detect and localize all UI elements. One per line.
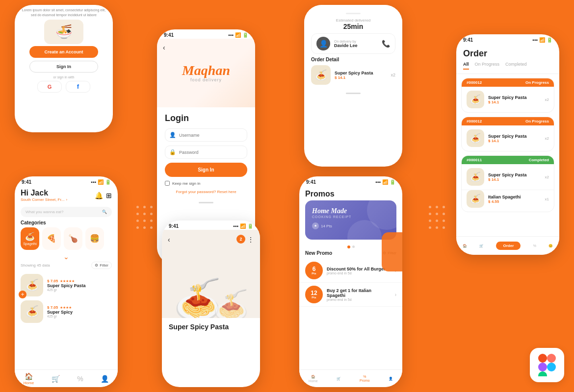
estimated-label: Estimated delivered [311, 18, 395, 23]
promos-title: Promos [305, 190, 396, 198]
order-item-qty: x2 [391, 73, 395, 77]
order-food-name-3: Super Spicy Pasta [488, 172, 541, 177]
cart-back-button[interactable]: ‹ [168, 236, 170, 244]
order-food-info-1: Super Spicy Pasta $ 14.1 [488, 95, 541, 104]
order-card-2: #000012 On Progress 🍝 Super Spicy Pasta … [461, 117, 554, 151]
bell-icon[interactable]: 🔔 [95, 192, 103, 199]
order-item-image: 🍝 [311, 65, 331, 85]
category-spagethi[interactable]: 🍝 Spagethi [21, 227, 39, 250]
nav-profile-promos[interactable]: 👤 [389, 377, 393, 381]
orders-tabs: All On Progress Completed [456, 62, 559, 74]
driver-avatar: 👤 [316, 37, 330, 50]
showing-row: Showing 45 data ⚙ Filter [15, 262, 118, 272]
promo-item-2[interactable]: 12 Pts Buy 2 get 1 for Italian Spagethi … [299, 283, 402, 307]
promo-banner[interactable]: Home Made COOKING RECEIPT ★ 14 Pts [305, 200, 396, 240]
food-item-2: 🍝 $ 7.05 ★★★★ Super Spicy 425 gr [15, 298, 118, 325]
google-signin-button[interactable]: G [37, 81, 62, 93]
category-pizza[interactable]: 🍕 [42, 227, 61, 250]
home-icon-orders: 🏠 [463, 244, 467, 248]
login-title: Login [165, 113, 247, 123]
order-num-3: #000011 [467, 158, 482, 162]
search-bar[interactable]: What you wanna eat? 🔍 [21, 207, 112, 217]
order-card-header-2: #000012 On Progress [462, 117, 554, 125]
showing-count: Showing 45 data [21, 263, 50, 268]
wifi-promos: 📶 [382, 179, 388, 185]
food-weight-1: 425 gr [47, 288, 112, 292]
nav-profile[interactable]: 👤 [101, 375, 109, 383]
footer-home[interactable]: 🏠 [463, 244, 467, 248]
password-input[interactable] [179, 150, 243, 155]
footer-profile[interactable]: 😊 [548, 244, 553, 248]
tab-on-progress[interactable]: On Progress [475, 62, 500, 70]
promo-item-name-2: Buy 2 get 1 for Italian Spagethi [327, 288, 391, 298]
tab-completed[interactable]: Completed [505, 62, 527, 70]
pts-num-2: 12 [311, 290, 317, 296]
drag-handle [346, 13, 361, 14]
username-input[interactable] [179, 133, 243, 138]
battery-promos: 🔋 [390, 179, 395, 185]
cart-badge: 2 [236, 235, 245, 244]
category-expand[interactable]: ⌄ [63, 253, 69, 261]
brand-sub: food delivery [190, 77, 222, 82]
order-card-header-1: #000012 On Progress [462, 78, 554, 87]
order-food-qty-2: x2 [545, 136, 549, 141]
bottom-nav-home: 🏠 Home 🛒 % 👤 [15, 369, 118, 387]
status-bar-home: 9:41 ▪▪▪ 📶 🔋 [15, 176, 118, 186]
order-status-2: On Progress [525, 119, 549, 123]
time-promos: 9:41 [306, 179, 316, 185]
order-num-2: #000012 [467, 119, 482, 123]
order-food-name-2: Super Spicy Pasta [488, 134, 541, 139]
order-food-name-1: Super Spicy Pasta [488, 95, 541, 100]
order-food-img-3: 🍝 [467, 168, 484, 186]
password-input-row[interactable]: 🔒 [165, 146, 247, 159]
nav-promo[interactable]: % [77, 375, 83, 383]
pts-num-1: 6 [313, 266, 316, 272]
dots-decoration-2 [429, 206, 446, 230]
order-food-name-4: Italian Spagethi [488, 195, 541, 199]
search-icon[interactable]: 🔍 [102, 210, 107, 214]
cart-more-button[interactable]: ⋮ [247, 236, 254, 244]
signin-button[interactable]: Sign In [29, 61, 98, 73]
signin-fill-button[interactable]: Sign In [165, 163, 247, 177]
signup-illustration: 🍜 [44, 20, 83, 44]
reset-link[interactable]: Reset here [217, 190, 236, 194]
nav-cart[interactable]: 🛒 [52, 375, 60, 383]
keep-signin-checkbox[interactable] [165, 181, 170, 186]
username-input-row[interactable]: 👤 [165, 128, 247, 142]
cart-body: Super Spicy Pasta [162, 318, 260, 336]
cart-food-display: 🍝 🍝 [173, 230, 249, 318]
back-button[interactable]: ‹ [163, 44, 165, 51]
filter-button[interactable]: ⚙ Filter [91, 262, 112, 269]
dot-1 [347, 245, 350, 248]
orders-header: Order [456, 44, 559, 62]
call-icon[interactable]: 📞 [382, 40, 390, 48]
wifi-cart: 📶 [240, 223, 246, 229]
svg-rect-3 [538, 371, 547, 376]
pts-label-1: Pts [312, 272, 316, 275]
add-button-1[interactable]: + [19, 291, 26, 298]
order-tab-button[interactable]: Order [496, 242, 521, 250]
delivery-row: 👤 On delivery by Davide Lee 📞 [311, 33, 395, 54]
banner-sub: COOKING RECEIPT [312, 215, 351, 219]
nav-promo-promos[interactable]: % Promo [360, 375, 370, 382]
tab-all[interactable]: All [463, 62, 469, 70]
order-food-qty-4: x1 [545, 197, 549, 201]
figma-logo [538, 354, 556, 376]
create-account-button[interactable]: Create an Account [29, 46, 98, 58]
footer-cart[interactable]: 🛒 [479, 244, 484, 248]
grid-icon[interactable]: ⊞ [106, 192, 112, 199]
phone-orders: 9:41 ▪▪▪ 📶 🔋 Order All On Progress Compl… [456, 34, 559, 255]
nav-cart-promos[interactable]: 🛒 [337, 377, 341, 381]
footer-percent[interactable]: % [533, 244, 536, 247]
svg-point-4 [547, 363, 556, 371]
category-burger[interactable]: 🍔 [85, 227, 104, 250]
nav-home[interactable]: 🏠 Home [24, 372, 34, 385]
spagethi-icon: 🍝 [25, 232, 35, 241]
phone-home: 9:41 ▪▪▪ 📶 🔋 Hi Jack South Corner Street… [15, 176, 118, 387]
phone-cart: 9:41 ▪▪▪ 📶 🔋 ‹ 2 ⋮ 🍝 🍝 Super Spicy Pasta [162, 220, 260, 387]
phone-promos: 9:41 ▪▪▪ 📶 🔋 Promos Home Made COOKING RE… [299, 176, 402, 387]
facebook-signin-button[interactable]: f [66, 81, 90, 93]
nav-home-promos[interactable]: 🏠 Home [309, 375, 318, 383]
home-icon-promos: 🏠 [311, 375, 315, 379]
category-chicken[interactable]: 🍗 [64, 227, 82, 250]
